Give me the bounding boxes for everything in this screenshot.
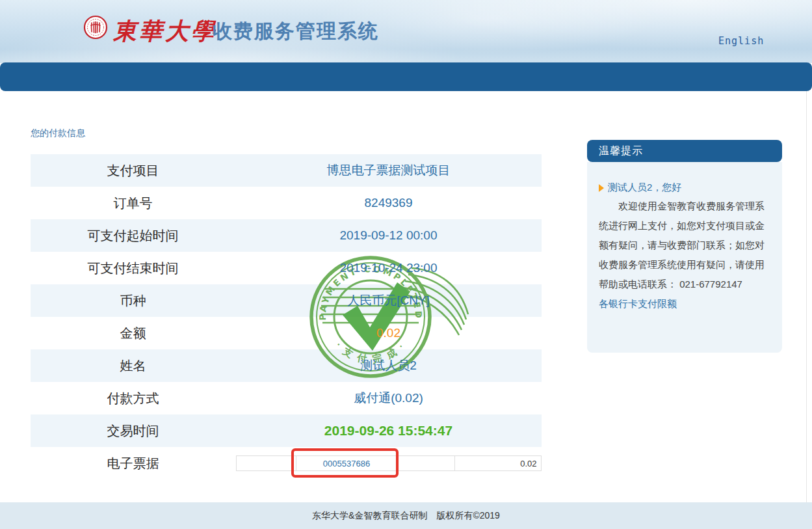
row-value: 博思电子票据测试项目 (235, 162, 542, 179)
table-row: 订单号 8249369 (31, 187, 542, 219)
table-row: 可支付起始时间 2019-09-12 00:00 (31, 219, 542, 252)
row-label: 付款方式 (31, 390, 235, 407)
row-value: 威付通(0.02) (235, 390, 542, 407)
row-value: 2019-09-12 00:00 (235, 228, 542, 243)
ebill-empty-cell (398, 456, 455, 470)
ebill-empty-cell (237, 456, 296, 470)
site-header: 東華大學 收费服务管理系统 English (0, 0, 812, 63)
payment-info-section-title: 您的付款信息 (31, 128, 85, 139)
tips-panel-body: 测试人员2，您好 欢迎使用金智教育收费服务管理系统进行网上支付，如您对支付项目或… (587, 162, 782, 353)
greeting-row: 测试人员2，您好 (599, 182, 770, 194)
row-label: 电子票据 (31, 455, 235, 472)
user-greeting-link[interactable]: 测试人员2，您好 (608, 182, 681, 194)
row-label: 币种 (31, 292, 235, 310)
english-language-link[interactable]: English (718, 35, 764, 47)
row-label: 可支付起始时间 (31, 227, 235, 245)
table-row: 付款方式 威付通(0.02) (31, 382, 542, 414)
table-row-ebill: 电子票据 0005537686 0.02 (31, 447, 542, 480)
ebill-value-cell: 0005537686 0.02 (235, 455, 542, 471)
transaction-time-value: 2019-09-26 15:54:47 (235, 423, 542, 439)
page-footer: 东华大学&金智教育联合研制 版权所有©2019 (0, 502, 812, 529)
ebill-amount: 0.02 (455, 456, 541, 470)
table-row: 姓名 测试人员2 (31, 349, 542, 382)
tips-paragraph: 欢迎使用金智教育收费服务管理系统进行网上支付，如您对支付项目或金额有疑问，请与收… (599, 197, 770, 294)
payment-info-table: 支付项目 博思电子票据测试项目 订单号 8249369 可支付起始时间 2019… (31, 154, 542, 480)
university-name: 東華大學 (113, 16, 217, 47)
page: 東華大學 收费服务管理系统 English 您的付款信息 支付项目 博思电子票据… (0, 0, 812, 529)
page-right-edge-divider (806, 91, 807, 502)
table-row: 支付项目 博思电子票据测试项目 (31, 154, 542, 187)
row-label: 交易时间 (31, 422, 235, 440)
ebill-inner-table: 0005537686 0.02 (236, 455, 542, 471)
row-label: 姓名 (31, 357, 235, 375)
copyright-text: 东华大学&金智教育联合研制 版权所有©2019 (312, 510, 500, 521)
row-label: 订单号 (31, 195, 235, 212)
tips-panel-header: 温馨提示 (587, 140, 782, 162)
ebill-number-link[interactable]: 0005537686 (296, 456, 398, 470)
table-row: 交易时间 2019-09-26 15:54:47 (31, 414, 542, 447)
system-title: 收费服务管理系统 (213, 18, 379, 45)
bank-card-limit-link[interactable]: 各银行卡支付限额 (599, 294, 677, 314)
arrow-right-icon (599, 184, 604, 192)
row-value: 2019-10-24 23:00 (235, 261, 542, 275)
row-label: 可支付结束时间 (31, 260, 235, 277)
row-value: 人民币元[CNY] (235, 292, 542, 309)
row-value: 测试人员2 (235, 357, 542, 374)
row-value: 8249369 (235, 196, 542, 210)
row-label: 金额 (31, 325, 235, 342)
university-seal-icon (83, 15, 108, 40)
table-row: 币种 人民币元[CNY] (31, 284, 542, 317)
table-row: 金额 0.02 (31, 317, 542, 349)
main-navbar (0, 62, 812, 91)
amount-value: 0.02 (235, 326, 542, 340)
row-label: 支付项目 (31, 162, 235, 180)
table-row: 可支付结束时间 2019-10-24 23:00 (31, 252, 542, 284)
